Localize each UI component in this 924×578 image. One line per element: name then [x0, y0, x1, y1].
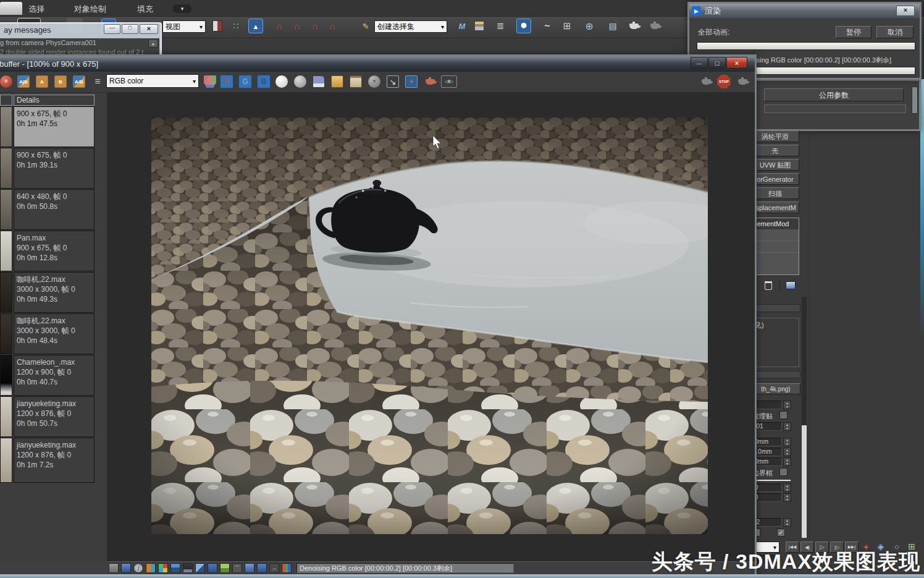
vfb-layer: buffer - [100% of 900 x 675] × A|B A B A… [0, 0, 924, 578]
lut-icon[interactable]: ⌒ [232, 563, 242, 573]
history-details-header[interactable]: Details [14, 95, 94, 106]
vfb-status-text: Denoising RGB color [00:00:00.2] [00:00:… [296, 563, 514, 573]
hsl-icon[interactable] [158, 563, 168, 573]
history-row[interactable]: 咖啡机,22.max 3000 x 3000, 帧 0 0h 0m 48.4s [14, 313, 94, 354]
history-line: 3000 x 3000, 帧 0 [17, 284, 91, 294]
compare-vertical-icon[interactable]: A/B [73, 75, 85, 88]
history-line: 640 x 480, 帧 0 [17, 192, 91, 202]
green-channel-button[interactable]: G [238, 75, 252, 88]
history-line: 0h 0m 49.3s [17, 294, 91, 304]
duplicate-to-host-icon[interactable] [387, 75, 399, 88]
history-row[interactable]: jianyueketing.max 1200 x 876, 帧 0 0h 1m … [14, 438, 94, 483]
vfb-titlebar[interactable]: buffer - [100% of 900 x 675] [0, 56, 755, 72]
history-row[interactable]: 咖啡机,22.max 3000 x 3000, 帧 0 0h 0m 49.3s [14, 272, 94, 313]
save-icon[interactable] [109, 563, 119, 573]
track-mouse-icon[interactable]: + [405, 75, 418, 88]
levels-icon[interactable] [183, 563, 193, 573]
set-image-a-icon[interactable]: A [36, 75, 48, 88]
history-thumbnail[interactable] [0, 396, 12, 437]
info-icon[interactable]: i [133, 563, 143, 573]
denoiser-icon[interactable] [282, 563, 292, 573]
sharpen-blur-icon[interactable]: ↔ [269, 563, 279, 573]
history-thumbnail[interactable] [0, 272, 12, 313]
history-row[interactable]: Pan.max 900 x 675, 帧 0 0h 0m 12.8s [14, 231, 94, 271]
history-line: jianyueketing.max [17, 399, 91, 409]
white-balance-icon[interactable] [170, 563, 180, 573]
history-line: 0h 0m 50.7s [17, 419, 91, 428]
copy-clipboard-icon[interactable] [350, 75, 362, 88]
vfb-menu-icon[interactable] [91, 75, 104, 88]
history-thumbnail[interactable] [0, 148, 12, 189]
history-thumbnail[interactable] [0, 313, 12, 354]
blue-channel-button[interactable]: B [257, 75, 271, 88]
history-line: 1200 x 876, 帧 0 [17, 450, 91, 460]
history-row[interactable]: 900 x 675, 帧 0 0h 1m 39.1s [14, 148, 94, 189]
vignette [151, 117, 708, 534]
history-thumbnail[interactable] [0, 189, 12, 230]
teapot-icon [702, 79, 711, 85]
mono-channel-icon[interactable] [275, 75, 288, 88]
history-thumbnail[interactable] [0, 438, 12, 483]
history-line: 咖啡机,22.max [17, 274, 91, 284]
history-row[interactable]: Chameleon_.max 1200 x 900, 帧 0 0h 0m 40.… [14, 355, 94, 396]
save-image-icon[interactable] [313, 75, 325, 88]
open-image-icon[interactable] [331, 75, 343, 88]
history-line: 1200 x 900, 帧 0 [17, 367, 91, 377]
history-line: Chameleon_.max [17, 357, 91, 367]
render-last-icon[interactable] [700, 75, 712, 88]
history-line: 0h 1m 39.1s [17, 160, 91, 170]
history-line: 900 x 675, 帧 0 [17, 109, 91, 119]
rendered-image [151, 117, 708, 534]
maximize-icon [715, 59, 720, 67]
history-thumbnail[interactable] [0, 106, 12, 147]
stop-render-button[interactable]: STOP [717, 75, 731, 88]
history-line: 0h 0m 12.8s [17, 253, 91, 263]
vfb-minimize-button[interactable] [691, 57, 708, 69]
history-thumbnail[interactable] [0, 231, 12, 271]
vfb-close-button[interactable] [726, 57, 747, 69]
history-line: 1200 x 876, 帧 0 [17, 409, 91, 419]
icc-icon[interactable] [257, 563, 267, 573]
history-line: 3000 x 3000, 帧 0 [17, 326, 91, 336]
history-line: jianyueketing.max [17, 440, 91, 450]
history-line: 咖啡机,22.max [17, 316, 91, 326]
history-thumb-header [0, 95, 12, 106]
red-channel-button[interactable]: R [220, 75, 233, 88]
teapot-icon [738, 79, 747, 85]
load-icon[interactable] [121, 563, 131, 573]
render-button[interactable] [736, 75, 749, 88]
history-line: 0h 1m 7.2s [17, 460, 91, 470]
minimize-icon [697, 59, 702, 67]
color-balance-icon[interactable] [208, 563, 217, 573]
curves-icon[interactable] [195, 563, 205, 573]
rgb-channels-icon[interactable] [204, 75, 216, 88]
vfb-title: buffer - [100% of 900 x 675] [0, 59, 98, 69]
background-image-icon[interactable] [220, 563, 230, 573]
set-image-b-icon[interactable]: B [54, 75, 67, 88]
history-thumbnail[interactable] [0, 355, 12, 396]
chevron-down-icon [193, 75, 196, 87]
history-line: 0h 0m 40.7s [17, 377, 91, 387]
ocio-icon[interactable] [245, 563, 254, 573]
history-row[interactable]: 640 x 480, 帧 0 0h 0m 50.8s [14, 189, 94, 230]
compare-horizontal-icon[interactable]: A|B [17, 75, 30, 88]
channel-dropdown-value: RGB color [109, 75, 143, 87]
channel-dropdown[interactable]: RGB color [106, 74, 199, 88]
alpha-channel-icon[interactable] [294, 75, 306, 88]
render-last-vfb-icon[interactable] [424, 75, 436, 88]
history-line: 900 x 675, 帧 0 [17, 150, 91, 160]
teapot-icon [426, 79, 435, 85]
clear-buffer-icon[interactable]: × [368, 75, 380, 88]
history-line: Pan.max [17, 233, 91, 243]
3dsmax-screen: 选择 对象绘制 填充 ▾ 视图 ∩ ∩ ∩ ∩ 创建选择集 公用参数 [0, 0, 924, 578]
history-line: 0h 0m 48.4s [17, 336, 91, 346]
vfb-maximize-button[interactable] [708, 57, 726, 69]
close-icon [735, 59, 739, 67]
compare-ab-icon[interactable]: ◁‖▷ [441, 75, 457, 88]
history-line: 0h 0m 50.8s [17, 202, 91, 211]
history-row[interactable]: 900 x 675, 帧 0 0h 1m 47.5s [14, 106, 94, 147]
exposure-icon[interactable] [146, 563, 156, 573]
history-line: 0h 1m 47.5s [17, 119, 91, 129]
clear-image-icon[interactable]: × [0, 75, 12, 88]
history-row[interactable]: jianyueketing.max 1200 x 876, 帧 0 0h 0m … [14, 396, 94, 437]
